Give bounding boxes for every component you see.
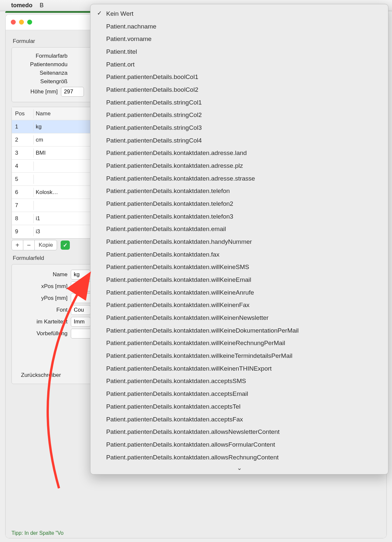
label-seitenanzahl: Seitenanza — [15, 70, 68, 76]
dropdown-item[interactable]: Patient.patientenDetails.kontaktdaten.ac… — [90, 388, 388, 400]
dropdown-item[interactable]: Patient.patientenDetails.kontaktdaten.te… — [90, 185, 388, 198]
dropdown-item[interactable]: Patient.patientenDetails.kontaktdaten.ad… — [90, 147, 388, 160]
dropdown-item[interactable]: Patient.patientenDetails.stringCol2 — [90, 109, 388, 122]
dropdown-item[interactable]: Patient.patientenDetails.kontaktdaten.ha… — [90, 236, 388, 248]
col-separator — [33, 162, 34, 171]
label-hoehe: Höhe [mm] — [15, 88, 58, 95]
dropdown-item[interactable]: Patient.patientenDetails.kontaktdaten.wi… — [90, 312, 388, 324]
dropdown-item[interactable]: Patient.ort — [90, 58, 388, 71]
dropdown-item[interactable]: Patient.patientenDetails.kontaktdaten.ad… — [90, 160, 388, 172]
dropdown-item[interactable]: Patient.patientenDetails.kontaktdaten.ac… — [90, 400, 388, 413]
dropdown-item[interactable]: Patient.patientenDetails.stringCol3 — [90, 122, 388, 134]
dropdown-item[interactable]: Patient.patientenDetails.boolCol1 — [90, 71, 388, 84]
dropdown-item[interactable]: Kein Wert — [90, 8, 388, 20]
dropdown-item[interactable]: Patient.patientenDetails.boolCol2 — [90, 84, 388, 96]
dropdown-item[interactable]: Patient.patientenDetails.kontaktdaten.wi… — [90, 337, 388, 350]
dropdown-item[interactable]: Patient.patientenDetails.kontaktdaten.wi… — [90, 350, 388, 362]
col-separator — [33, 175, 34, 184]
dropdown-item[interactable]: Patient.patientenDetails.kontaktdaten.wi… — [90, 261, 388, 274]
check-icon: ✓ — [63, 242, 68, 249]
cell-pos: 9 — [12, 228, 33, 235]
feld-font-label: Font — [15, 307, 68, 313]
dropdown-more[interactable]: ⌄ — [90, 464, 388, 472]
feld-xpos-label: xPos [mm] — [15, 283, 68, 290]
label-patientenmodus: Patientenmodu — [15, 61, 68, 68]
dropdown-item[interactable]: Patient.patientenDetails.kontaktdaten.al… — [90, 438, 388, 451]
dropdown-item[interactable]: Patient.patientenDetails.kontaktdaten.em… — [90, 223, 388, 236]
app-title[interactable]: tomedo — [11, 2, 32, 9]
minimize-icon[interactable] — [19, 20, 24, 25]
apply-button[interactable]: ✓ — [61, 241, 70, 250]
menu-partial[interactable]: B — [40, 2, 44, 9]
cell-pos: 2 — [12, 137, 33, 143]
dropdown-item[interactable]: Patient.patientenDetails.kontaktdaten.wi… — [90, 286, 388, 299]
feld-karteitext-label: im Karteitext — [15, 319, 68, 325]
vorbefuellung-dropdown[interactable]: Kein WertPatient.nachnamePatient.vorname… — [90, 4, 388, 474]
dropdown-item[interactable]: Patient.patientenDetails.kontaktdaten.ad… — [90, 172, 388, 185]
label-formularfarbe: Formularfarb — [15, 53, 68, 59]
dropdown-item[interactable]: Patient.patientenDetails.kontaktdaten.te… — [90, 210, 388, 223]
dropdown-item[interactable]: Patient.vorname — [90, 33, 388, 46]
label-seitengroesse: Seitengröß — [15, 78, 68, 85]
dropdown-item[interactable]: Patient.patientenDetails.kontaktdaten.ac… — [90, 375, 388, 388]
hoehe-input[interactable] — [61, 87, 84, 97]
cell-pos: 1 — [12, 124, 33, 130]
feld-ypos-label: yPos [mm] — [15, 295, 68, 301]
cell-pos: 4 — [12, 163, 33, 169]
cell-pos: 6 — [12, 189, 33, 196]
copy-button[interactable]: Kopie — [34, 240, 57, 250]
dropdown-item[interactable]: Patient.titel — [90, 46, 388, 58]
dropdown-item[interactable]: Patient.patientenDetails.kontaktdaten.ac… — [90, 413, 388, 426]
cell-pos: 7 — [12, 202, 33, 209]
cell-pos: 3 — [12, 150, 33, 156]
dropdown-item[interactable]: Patient.patientenDetails.stringCol1 — [90, 96, 388, 109]
cell-pos: 8 — [12, 215, 33, 222]
feld-name-input[interactable] — [71, 270, 90, 280]
feld-name-label: Name — [15, 271, 68, 278]
feld-vorbefuellung-label: Vorbefüllung — [15, 330, 68, 337]
dropdown-item[interactable]: Patient.patientenDetails.kontaktdaten.fa… — [90, 248, 388, 261]
dropdown-item[interactable]: Patient.patientenDetails.kontaktdaten.al… — [90, 426, 388, 438]
col-separator — [33, 201, 34, 210]
chevron-down-icon: ⌄ — [237, 465, 242, 471]
dropdown-item[interactable]: Patient.patientenDetails.kontaktdaten.al… — [90, 451, 388, 464]
tip-text: Tipp: In der Spalte "Vo — [11, 530, 64, 536]
add-button[interactable]: + — [11, 240, 23, 250]
dropdown-item[interactable]: Patient.patientenDetails.kontaktdaten.te… — [90, 198, 388, 210]
dropdown-item[interactable]: Patient.patientenDetails.kontaktdaten.wi… — [90, 299, 388, 312]
feld-zurueck-label: Zurückschreiber — [21, 372, 61, 378]
dropdown-item[interactable]: Patient.patientenDetails.stringCol4 — [90, 134, 388, 147]
remove-button[interactable]: − — [23, 240, 35, 250]
zoom-icon[interactable] — [27, 20, 32, 25]
close-icon[interactable] — [11, 20, 16, 25]
dropdown-item[interactable]: Patient.nachname — [90, 20, 388, 33]
col-pos[interactable]: Pos — [12, 110, 33, 117]
dropdown-item[interactable]: Patient.patientenDetails.kontaktdaten.wi… — [90, 362, 388, 375]
dropdown-item[interactable]: Patient.patientenDetails.kontaktdaten.wi… — [90, 274, 388, 286]
feld-font-input[interactable] — [71, 305, 90, 315]
cell-pos: 5 — [12, 176, 33, 183]
dropdown-item[interactable]: Patient.patientenDetails.kontaktdaten.wi… — [90, 324, 388, 337]
feld-karteitext-input[interactable] — [71, 317, 90, 327]
